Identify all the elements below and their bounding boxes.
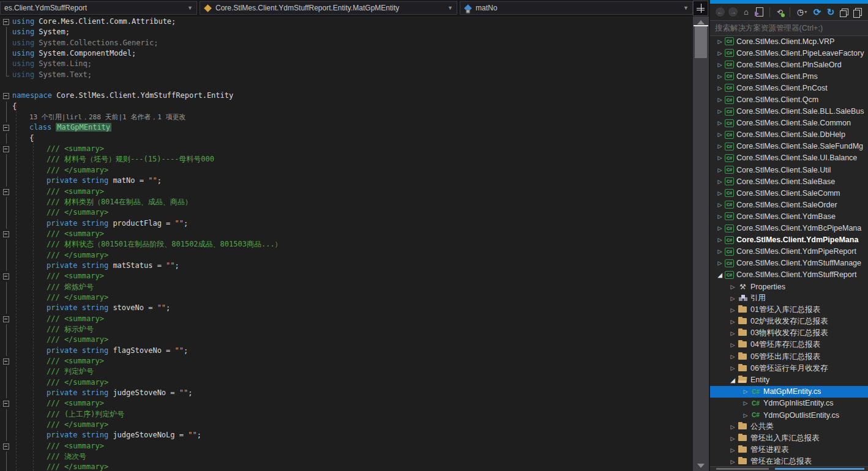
expand-arrow-icon[interactable]: ▷: [728, 330, 738, 336]
expand-arrow-icon[interactable]: ▷: [715, 202, 725, 208]
expand-arrow-icon[interactable]: ▷: [715, 62, 725, 68]
expand-arrow-icon[interactable]: ▷: [715, 237, 725, 243]
expand-arrow-icon[interactable]: ▷: [741, 412, 750, 418]
tree-item[interactable]: ▷C#Core.StlMes.Client.YdmPipeMana: [710, 234, 868, 246]
tree-item[interactable]: ▷C#Core.StlMes.Client.Qcm: [710, 94, 868, 105]
code-line[interactable]: using System;: [0, 27, 693, 37]
fold-collapse-icon[interactable]: [0, 187, 12, 197]
code-line[interactable]: using System.Linq;: [0, 59, 693, 69]
fold-collapse-icon[interactable]: [0, 398, 12, 409]
code-line[interactable]: /// (上工序)判定炉号: [0, 409, 693, 420]
forward-icon[interactable]: →: [728, 7, 738, 17]
code-line[interactable]: /// 材料状态（801501在制品阶段、801502成品、801503商品..…: [0, 239, 693, 250]
code-line[interactable]: using Core.Mes.Client.Comm.Attribute;: [0, 17, 693, 27]
expand-arrow-icon[interactable]: ▷: [715, 213, 725, 220]
tree-item[interactable]: ▷C#Core.StlMes.Client.Sale.DbHelp: [710, 129, 868, 141]
tree-item[interactable]: ▷⚒Properties: [710, 281, 868, 292]
code-editor[interactable]: using Core.Mes.Client.Comm.Attribute;usi…: [0, 17, 693, 471]
tree-item[interactable]: ▷C#Core.StlMes.Client.Sale.BLL.SaleBus: [710, 106, 868, 117]
tree-item[interactable]: ▷01管坯入库汇总报表: [710, 304, 868, 316]
tree-item[interactable]: ▷C#Core.StlMes.Client.Sale.Common: [710, 117, 868, 129]
panel-tab-active[interactable]: [775, 468, 864, 470]
fold-collapse-icon[interactable]: [0, 229, 12, 239]
sync-with-active-document-icon[interactable]: ⟲: [774, 6, 786, 18]
fold-collapse-icon[interactable]: [0, 314, 12, 324]
code-line[interactable]: /// </summary>: [0, 165, 693, 176]
expand-arrow-icon[interactable]: ▷: [715, 108, 725, 114]
tree-item[interactable]: ◢C#Core.StlMes.Client.YdmStuffReport: [710, 269, 868, 281]
code-line[interactable]: private string judgeStoveNoLg = "";: [0, 430, 693, 440]
code-line[interactable]: namespace Core.StlMes.Client.YdmStuffRep…: [0, 91, 693, 101]
expand-arrow-icon[interactable]: ▷: [715, 120, 725, 126]
code-line[interactable]: /// </summary>: [0, 250, 693, 261]
search-input[interactable]: [710, 24, 868, 32]
code-line[interactable]: /// <summary>: [0, 356, 693, 366]
expand-arrow-icon[interactable]: ▷: [728, 447, 738, 453]
code-line[interactable]: /// 熔炼炉号: [0, 282, 693, 292]
tree-item[interactable]: ▷05管坯出库汇总报表: [710, 351, 868, 363]
tree-item[interactable]: ▷C#Core.StlMes.Client.Mcp.VRP: [710, 35, 868, 47]
expand-arrow-icon[interactable]: ▷: [715, 260, 725, 266]
collapse-arrow-icon[interactable]: ◢: [715, 272, 725, 278]
codelens-info[interactable]: 13 个引用|lirl，288 天前|1 名作者，1 项更改: [12, 112, 186, 122]
code-line[interactable]: /// </summary>: [0, 335, 693, 345]
fold-collapse-icon[interactable]: [0, 122, 12, 133]
code-line[interactable]: /// <summary>: [0, 229, 693, 239]
solution-search-box[interactable]: [710, 20, 868, 36]
expand-arrow-icon[interactable]: ▷: [715, 155, 725, 161]
expand-arrow-icon[interactable]: ▷: [728, 307, 738, 313]
tree-item[interactable]: ▷C#Core.StlMes.Client.Pms: [710, 70, 868, 82]
tree-item-selected[interactable]: ▷C#MatGpMEntity.cs: [710, 386, 868, 398]
chevron-down-icon[interactable]: ▼: [184, 5, 193, 11]
tree-item[interactable]: ▷C#Core.StlMes.Client.SaleComm: [710, 187, 868, 199]
expand-arrow-icon[interactable]: ▷: [715, 73, 725, 80]
fold-collapse-icon[interactable]: [0, 271, 12, 281]
tree-item[interactable]: ▷03物料收发存汇总报表: [710, 327, 868, 339]
home-icon[interactable]: ⌂: [740, 6, 752, 18]
expand-arrow-icon[interactable]: ▷: [715, 179, 725, 185]
code-line[interactable]: /// </summary>: [0, 420, 693, 430]
expand-arrow-icon[interactable]: ▷: [715, 97, 725, 103]
tree-item[interactable]: ▷管坯在途汇总报表: [710, 456, 868, 467]
expand-arrow-icon[interactable]: ▷: [741, 388, 750, 395]
code-line[interactable]: /// </summary>: [0, 462, 693, 471]
tree-item[interactable]: ▷C#YdmGpOutlistEntity.cs: [710, 409, 868, 421]
tree-item[interactable]: ◢Entity: [710, 374, 868, 386]
expand-arrow-icon[interactable]: ▷: [728, 365, 738, 371]
scrollbar-thumb[interactable]: [695, 26, 707, 58]
code-line[interactable]: /// </summary>: [0, 377, 693, 388]
code-line[interactable]: private string flagStoveNo = "";: [0, 346, 693, 356]
fold-collapse-icon[interactable]: [0, 356, 12, 366]
expand-arrow-icon[interactable]: ▷: [728, 284, 738, 290]
code-line[interactable]: /// <summary>: [0, 441, 693, 451]
expand-arrow-icon[interactable]: ▷: [715, 225, 725, 231]
member-dropdown[interactable]: matNo ▼: [460, 1, 693, 15]
code-line[interactable]: using System.Text;: [0, 70, 693, 80]
tree-item[interactable]: ▷C#Core.StlMes.Client.PlnSaleOrd: [710, 59, 868, 70]
tree-item[interactable]: ▷C#Core.StlMes.Client.SaleOrder: [710, 199, 868, 210]
back-icon[interactable]: ←: [716, 7, 725, 17]
code-line[interactable]: {: [0, 102, 693, 112]
expand-arrow-icon[interactable]: ▷: [728, 354, 738, 360]
expand-arrow-icon[interactable]: ▷: [715, 50, 725, 56]
project-dropdown[interactable]: es.Client.YdmStuffReport ▼: [0, 1, 197, 15]
tree-item[interactable]: ▷C#Core.StlMes.Client.YdmStuffManage: [710, 258, 868, 269]
collapse-arrow-icon[interactable]: ◢: [728, 377, 738, 384]
refresh-icon[interactable]: ⟳: [811, 6, 823, 18]
expand-arrow-icon[interactable]: ▷: [741, 400, 750, 406]
scroll-down-arrow-icon[interactable]: [697, 464, 705, 468]
panel-tab[interactable]: [716, 468, 769, 470]
tree-item[interactable]: ▷C#Core.StlMes.Client.Sale.SaleFundMg: [710, 141, 868, 152]
expand-arrow-icon[interactable]: ▷: [728, 342, 738, 348]
update-icon[interactable]: ↻: [825, 6, 837, 18]
chevron-down-icon[interactable]: ▼: [444, 5, 453, 11]
vertical-scrollbar[interactable]: [693, 17, 709, 471]
expand-arrow-icon[interactable]: ▷: [715, 167, 725, 173]
fold-collapse-icon[interactable]: [0, 91, 12, 101]
expand-arrow-icon[interactable]: ▷: [715, 143, 725, 149]
code-line[interactable]: [0, 80, 693, 91]
code-line[interactable]: /// <summary>: [0, 398, 693, 409]
tree-item[interactable]: ▷C#YdmGpInlistEntity.cs: [710, 398, 868, 409]
code-line[interactable]: private string productFlag = "";: [0, 218, 693, 229]
expand-arrow-icon[interactable]: ▷: [715, 132, 725, 138]
